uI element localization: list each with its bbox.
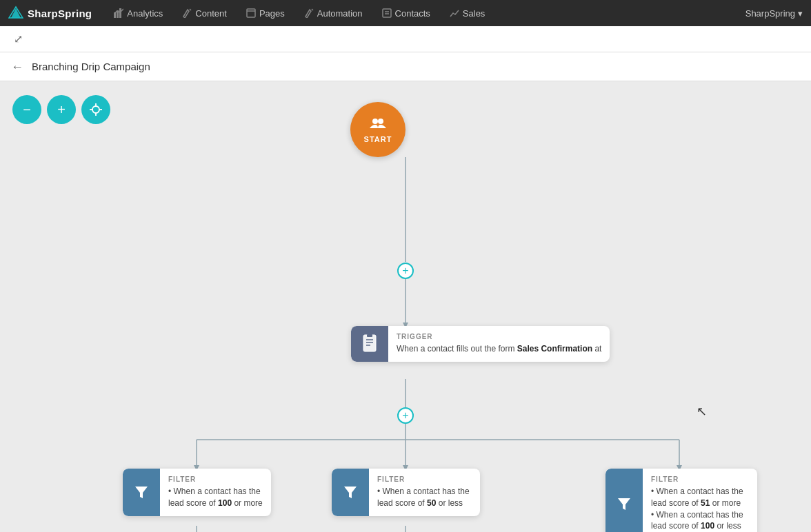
- trigger-content: TRIGGER When a contact fills out the for…: [388, 326, 610, 362]
- filter2-type-label: FILTER: [377, 475, 472, 483]
- svg-line-5: [190, 9, 191, 10]
- trigger-type-label: TRIGGER: [397, 333, 601, 340]
- flow-lines: [0, 81, 811, 532]
- svg-rect-6: [247, 9, 255, 17]
- start-label: START: [364, 135, 392, 143]
- nav-content[interactable]: Content: [174, 0, 235, 26]
- filter1-description: • When a contact has the lead score of 1…: [168, 486, 263, 509]
- filter3-description: • When a contact has the lead score of 5…: [651, 486, 749, 532]
- add-button-2[interactable]: +: [397, 407, 414, 424]
- page-title: Branching Drip Campaign: [32, 61, 150, 72]
- filter1-type-label: FILTER: [168, 475, 263, 483]
- filter3-icon-area: [605, 469, 643, 532]
- filter1-content: FILTER • When a contact has the lead sco…: [160, 469, 271, 516]
- start-icon: [369, 116, 387, 134]
- svg-marker-42: [618, 498, 630, 510]
- zoom-controls: − +: [12, 95, 110, 124]
- logo[interactable]: SharpSpring: [8, 6, 92, 21]
- svg-marker-40: [135, 487, 148, 498]
- nav-sales[interactable]: Sales: [441, 0, 494, 26]
- svg-rect-4: [119, 8, 121, 18]
- svg-point-33: [378, 119, 383, 124]
- nav-pages[interactable]: Pages: [238, 0, 293, 26]
- start-node[interactable]: START: [350, 102, 406, 157]
- account-menu[interactable]: SharpSpring ▾: [745, 8, 803, 19]
- filter1-icon-area: [123, 469, 160, 516]
- filter3-type-label: FILTER: [651, 475, 749, 483]
- svg-rect-9: [383, 9, 391, 17]
- filter2-description: • When a contact has the lead score of 5…: [377, 486, 472, 509]
- top-navigation: SharpSpring Analytics Content Pages Auto…: [0, 0, 811, 26]
- zoom-in-button[interactable]: +: [47, 95, 76, 124]
- svg-marker-41: [344, 487, 357, 498]
- zoom-out-button[interactable]: −: [12, 95, 41, 124]
- filter-node-2[interactable]: FILTER • When a contact has the lead sco…: [332, 469, 480, 516]
- nav-contacts[interactable]: Contacts: [374, 0, 439, 26]
- nav-analytics[interactable]: Analytics: [106, 0, 171, 26]
- back-button[interactable]: ←: [11, 61, 23, 73]
- expand-button[interactable]: ⤢: [8, 30, 28, 48]
- cursor: ↖: [697, 404, 707, 419]
- svg-point-12: [92, 106, 99, 113]
- zoom-fit-button[interactable]: [81, 95, 110, 124]
- add-button-1[interactable]: +: [397, 263, 414, 279]
- svg-point-32: [372, 119, 378, 124]
- trigger-icon-area: [351, 326, 388, 362]
- trigger-node[interactable]: TRIGGER When a contact fills out the for…: [351, 326, 610, 362]
- filter2-icon-area: [332, 469, 369, 516]
- trigger-description: When a contact fills out the form Sales …: [397, 343, 601, 355]
- svg-rect-34: [363, 335, 376, 351]
- logo-text: SharpSpring: [28, 8, 92, 19]
- filter-node-1[interactable]: FILTER • When a contact has the lead sco…: [123, 469, 271, 516]
- subheader: ← Branching Drip Campaign: [0, 52, 811, 81]
- svg-rect-39: [367, 334, 372, 337]
- filter2-content: FILTER • When a contact has the lead sco…: [369, 469, 480, 516]
- filter-node-3[interactable]: FILTER • When a contact has the lead sco…: [605, 469, 757, 532]
- filter3-content: FILTER • When a contact has the lead sco…: [643, 469, 757, 532]
- toolbar: ⤢: [0, 26, 811, 52]
- flow-canvas: − +: [0, 81, 811, 532]
- nav-automation[interactable]: Automation: [296, 0, 371, 26]
- svg-line-8: [312, 9, 313, 10]
